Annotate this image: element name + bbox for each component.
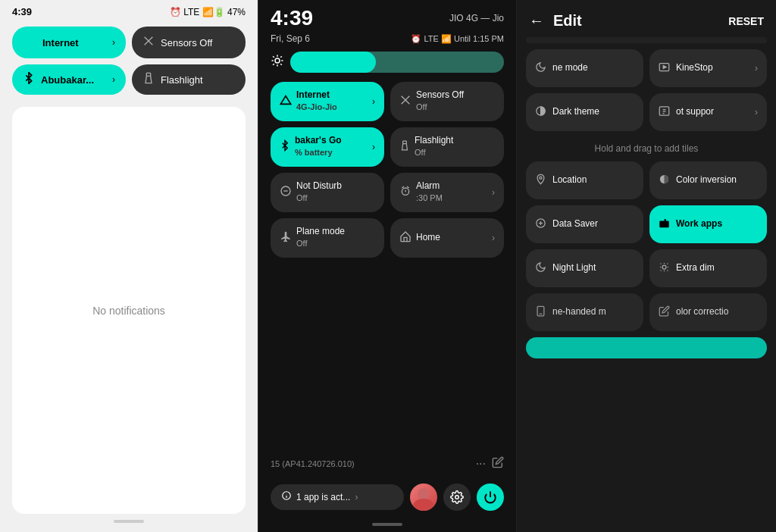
p3-divider: Hold and drag to add tiles (526, 137, 767, 161)
p2-home-icon (399, 230, 411, 246)
p3-tile-ot-support[interactable]: ot suppor › (649, 93, 767, 131)
p3-color-inversion-icon (659, 174, 670, 187)
p2-power-button[interactable] (477, 483, 504, 511)
p3-location-label: Location (552, 174, 634, 186)
brightness-bar[interactable] (290, 52, 504, 73)
p3-tiles-scroll: ne mode KineStop › (517, 37, 776, 509)
p2-flashlight-label: Flashlight Off (415, 135, 495, 158)
p3-header: ← Edit RESET (517, 0, 776, 37)
svg-rect-2 (146, 73, 150, 76)
p3-tile-one-handed[interactable]: ne-handed m (526, 293, 643, 331)
p1-bt-chevron: › (112, 74, 115, 85)
p3-tile-ne-mode[interactable]: ne mode (526, 49, 643, 87)
p3-back-button[interactable]: ← (529, 12, 544, 30)
p2-tile-flashlight[interactable]: Flashlight Off (390, 127, 504, 167)
p3-row-2: Dark theme ot suppor › (526, 93, 767, 131)
p3-ne-mode-label: ne mode (552, 62, 634, 74)
p3-tile-dark-theme[interactable]: Dark theme (526, 93, 643, 131)
svg-point-25 (418, 488, 430, 500)
p1-tile-bluetooth[interactable]: Abubakar... › (12, 64, 126, 95)
p1-bt-icon (23, 72, 35, 87)
p1-time: 4:39 (12, 6, 32, 17)
p2-tile-bluetooth[interactable]: bakar's Go % battery › (271, 127, 384, 167)
p3-one-handed-icon (535, 305, 546, 319)
p3-tile-color-correction[interactable]: olor correctio (649, 293, 767, 331)
p1-internet-icon (23, 34, 36, 51)
p1-notification-area: No notifications (12, 107, 246, 514)
svg-point-27 (455, 496, 459, 499)
p2-tile-internet[interactable]: Internet 4G-Jio-Jio › (271, 82, 384, 121)
p3-night-light-icon (535, 261, 546, 275)
p3-tile-extra-dim[interactable]: Extra dim (649, 249, 767, 287)
p1-tile-sensors[interactable]: Sensors Off (132, 27, 246, 58)
p2-internet-chevron: › (372, 96, 375, 107)
p2-tile-sensors[interactable]: Sensors Off Off (390, 82, 504, 121)
p3-ot-support-label: ot suppor (676, 106, 749, 118)
p2-statusbar: 4:39 JIO 4G — Jio (258, 0, 516, 32)
p2-app-running-button[interactable]: 1 app is act... › (271, 484, 404, 510)
svg-marker-30 (663, 66, 666, 69)
p1-handle[interactable] (114, 520, 144, 523)
p3-kinestop-chevron: › (755, 63, 758, 74)
p3-reset-button[interactable]: RESET (728, 15, 764, 27)
p2-overflow-icon[interactable]: ··· (476, 457, 486, 471)
p3-night-light-label: Night Light (552, 262, 634, 274)
p2-app-running-text: 1 app is act... (296, 492, 350, 502)
p1-sensors-label: Sensors Off (161, 37, 235, 49)
p3-color-inversion-label: Color inversion (676, 174, 758, 186)
p2-sub-statusbar: Fri, Sep 6 ⏰ LTE 📶 Until 1:15 PM (258, 32, 516, 49)
svg-line-7 (280, 64, 282, 65)
p3-kinestop-icon (659, 61, 670, 75)
p2-tile-home[interactable]: Home › (390, 218, 504, 258)
p1-internet-chevron: › (112, 37, 115, 48)
svg-line-11 (280, 56, 282, 58)
p2-brightness-control[interactable] (271, 52, 504, 73)
p3-row-1: ne mode KineStop › (526, 49, 767, 87)
p3-add-row-4: ne-handed m olor correctio (526, 293, 767, 331)
p2-sensors-icon (399, 94, 411, 109)
p2-user-avatar[interactable] (410, 483, 437, 511)
p2-edit-icon[interactable] (492, 456, 504, 471)
p1-tile-flashlight[interactable]: Flashlight (132, 64, 246, 95)
p2-tile-airplane[interactable]: Plane mode Off (271, 218, 384, 258)
p2-sensors-label: Sensors Off Off (416, 89, 495, 113)
p2-action-bar: 1 app is act... › (258, 480, 516, 523)
brightness-fill (290, 52, 376, 73)
p3-ot-support-chevron: › (755, 107, 758, 117)
edit-panel: ← Edit RESET ne mode Ki (517, 0, 776, 532)
p3-data-saver-label: Data Saver (552, 218, 634, 230)
p2-settings-button[interactable] (443, 483, 471, 511)
p3-dark-theme-label: Dark theme (552, 106, 634, 118)
svg-rect-15 (403, 141, 407, 144)
svg-point-42 (662, 265, 666, 269)
p2-dnd-label: Not Disturb Off (296, 180, 375, 204)
p1-flashlight-icon (142, 72, 155, 87)
p3-location-icon (535, 174, 546, 187)
svg-line-49 (661, 270, 662, 271)
p3-tile-work-apps[interactable]: Work apps (649, 205, 767, 243)
p3-tile-kinestop[interactable]: KineStop › (649, 49, 767, 87)
p2-home-label: Home (416, 232, 487, 244)
p2-tile-dnd[interactable]: Not Disturb Off (271, 173, 384, 212)
svg-point-26 (413, 499, 434, 511)
p2-flashlight-icon (399, 139, 410, 155)
p2-tile-alarm[interactable]: Alarm :30 PM › (390, 173, 504, 212)
p2-alarm-label: Alarm :30 PM (416, 180, 487, 204)
p1-quick-tiles: Internet › Sensors Off Abubakar... › (0, 20, 258, 101)
p3-fade (517, 509, 776, 532)
p3-tile-night-light[interactable]: Night Light (526, 249, 643, 287)
p2-info-icon (281, 490, 292, 504)
p3-add-row-1: Location Color inversion (526, 161, 767, 199)
brightness-sun-icon (271, 54, 284, 70)
p3-tile-location[interactable]: Location (526, 161, 643, 199)
p3-tile-color-inversion[interactable]: Color inversion (649, 161, 767, 199)
p1-internet-label: Internet (42, 37, 106, 49)
p2-dnd-icon (280, 185, 292, 200)
svg-line-46 (667, 270, 668, 271)
svg-point-3 (275, 58, 280, 63)
p1-tile-internet[interactable]: Internet › (12, 27, 126, 58)
p2-version: 15 (AP41.240726.010) (271, 459, 470, 468)
p2-internet-label: Internet 4G-Jio-Jio (296, 89, 368, 113)
p3-tile-data-saver[interactable]: Data Saver (526, 205, 643, 243)
p2-bt-chevron: › (372, 142, 375, 152)
